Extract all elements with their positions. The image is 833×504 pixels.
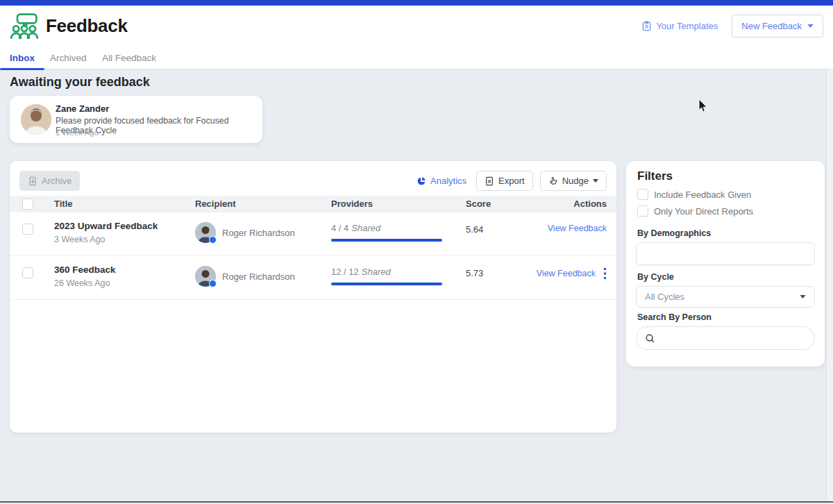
feedback-time: 3 Weeks Ago xyxy=(54,235,158,244)
awaiting-heading: Awaiting your feedback xyxy=(10,75,150,90)
cycle-select-value: All Cycles xyxy=(645,292,684,302)
chevron-down-icon xyxy=(807,24,814,28)
chevron-down-icon xyxy=(593,179,598,183)
mouse-cursor xyxy=(698,99,708,113)
export-button-label: Export xyxy=(498,176,525,186)
tab-inbox-label: Inbox xyxy=(10,53,35,63)
new-feedback-button[interactable]: New Feedback xyxy=(732,15,823,37)
progress-fill xyxy=(331,283,442,285)
table-row[interactable]: 360 Feedback 26 Weeks Ago Roger Richards… xyxy=(10,256,616,300)
request-time: 1 Week Ago xyxy=(56,128,99,137)
feedback-request-card[interactable]: Zane Zander Please provide focused feedb… xyxy=(10,96,262,143)
brand: Feedback xyxy=(10,12,128,40)
actions-cell: View Feedback xyxy=(548,224,607,233)
avatar-photo xyxy=(21,104,51,135)
progress-fill xyxy=(331,239,442,242)
bottom-border xyxy=(0,501,833,503)
score-value: 5.73 xyxy=(466,268,483,278)
nudge-hand-icon xyxy=(548,176,558,186)
nudge-button[interactable]: Nudge xyxy=(540,171,607,191)
recipient-name: Roger Richardson xyxy=(222,271,295,282)
row-menu-kebab-icon[interactable] xyxy=(603,267,607,280)
your-templates-label: Your Templates xyxy=(656,21,718,31)
providers-shared-label: Shared xyxy=(351,223,380,233)
only-direct-reports-checkbox[interactable] xyxy=(637,205,648,217)
actions-cell: View Feedback xyxy=(537,267,607,280)
tab-inbox[interactable]: Inbox xyxy=(0,46,44,69)
recipient-cell: Roger Richardson xyxy=(195,266,295,287)
archive-button-label: Archive xyxy=(42,176,71,186)
person-search-input[interactable] xyxy=(636,326,815,350)
filters-heading: Filters xyxy=(637,169,673,183)
active-tab-underline xyxy=(0,68,44,70)
providers-count: 12 / 12 xyxy=(331,267,359,277)
analytics-link[interactable]: Analytics xyxy=(416,176,466,186)
row-title-cell: 360 Feedback 26 Weeks Ago xyxy=(54,264,116,288)
search-by-person-label: Search By Person xyxy=(637,312,712,322)
nudge-button-label: Nudge xyxy=(562,176,589,186)
providers-cell: 4 / 4Shared xyxy=(331,221,442,242)
recipient-avatar xyxy=(195,266,216,287)
pie-chart-icon xyxy=(416,176,426,186)
row-checkbox[interactable] xyxy=(22,267,33,278)
templates-icon xyxy=(641,21,652,31)
tab-all-feedback-label: All Feedback xyxy=(102,53,156,63)
search-icon xyxy=(645,333,655,344)
providers-count: 4 / 4 xyxy=(331,223,348,233)
only-direct-reports-label: Only Your Direct Reports xyxy=(654,206,753,217)
recipient-name: Roger Richardson xyxy=(222,228,295,238)
analytics-label: Analytics xyxy=(430,176,466,186)
tab-archived-label: Archived xyxy=(50,53,87,63)
archive-button[interactable]: Archive xyxy=(19,171,80,191)
providers-shared-label: Shared xyxy=(362,267,391,277)
status-badge xyxy=(209,280,217,287)
top-accent-bar xyxy=(0,0,833,6)
feedback-logo-icon xyxy=(10,12,39,40)
app-screen: Feedback Your Templates New Feedback Inb… xyxy=(0,0,833,504)
tab-bar: Inbox Archived All Feedback xyxy=(0,46,833,69)
filter-only-direct-reports[interactable]: Only Your Direct Reports xyxy=(637,205,753,217)
providers-progress-bar xyxy=(331,283,442,285)
app-title: Feedback xyxy=(46,15,128,37)
by-cycle-label: By Cycle xyxy=(637,272,674,282)
column-providers: Providers xyxy=(331,199,373,209)
column-score: Score xyxy=(466,199,491,209)
filter-include-feedback-given[interactable]: Include Feedback Given xyxy=(637,189,751,200)
view-feedback-link[interactable]: View Feedback xyxy=(548,224,607,233)
view-feedback-link[interactable]: View Feedback xyxy=(537,269,596,278)
demographics-input[interactable] xyxy=(636,242,815,265)
tab-all-feedback[interactable]: All Feedback xyxy=(92,46,166,69)
filters-panel: Filters Include Feedback Given Only Your… xyxy=(626,161,825,367)
select-all-checkbox[interactable] xyxy=(22,199,33,210)
app-header: Feedback Your Templates New Feedback xyxy=(0,6,833,46)
cycle-select[interactable]: All Cycles xyxy=(636,286,815,308)
feedback-title: 360 Feedback xyxy=(54,264,116,275)
recipient-avatar xyxy=(195,222,216,243)
export-icon xyxy=(485,176,494,186)
column-recipient: Recipient xyxy=(195,199,236,209)
header-actions: Your Templates New Feedback xyxy=(641,15,823,37)
providers-cell: 12 / 12Shared xyxy=(331,265,442,285)
recipient-cell: Roger Richardson xyxy=(195,222,295,243)
feedback-time: 26 Weeks Ago xyxy=(54,278,116,288)
providers-progress-bar xyxy=(331,239,442,242)
archive-icon xyxy=(28,176,37,186)
row-checkbox[interactable] xyxy=(22,224,33,235)
requester-name: Zane Zander xyxy=(56,103,109,114)
include-feedback-given-checkbox[interactable] xyxy=(637,189,648,200)
by-demographics-label: By Demographics xyxy=(637,228,711,238)
include-feedback-given-label: Include Feedback Given xyxy=(654,190,751,200)
column-actions: Actions xyxy=(573,199,607,209)
tab-archived[interactable]: Archived xyxy=(40,46,96,69)
chevron-down-icon xyxy=(800,295,806,299)
column-title: Title xyxy=(54,199,73,209)
scrollbar-track[interactable] xyxy=(826,69,833,501)
score-value: 5.64 xyxy=(466,224,483,235)
table-row[interactable]: 2023 Upward Feedback 3 Weeks Ago Roger R… xyxy=(10,212,616,256)
table-header-row: Title Recipient Providers Score Actions xyxy=(10,196,616,212)
export-button[interactable]: Export xyxy=(476,171,533,191)
your-templates-link[interactable]: Your Templates xyxy=(641,21,718,31)
feedback-title: 2023 Upward Feedback xyxy=(54,221,158,231)
requester-avatar xyxy=(21,104,51,135)
table-toolbar: Analytics Export Nudge xyxy=(416,171,607,191)
